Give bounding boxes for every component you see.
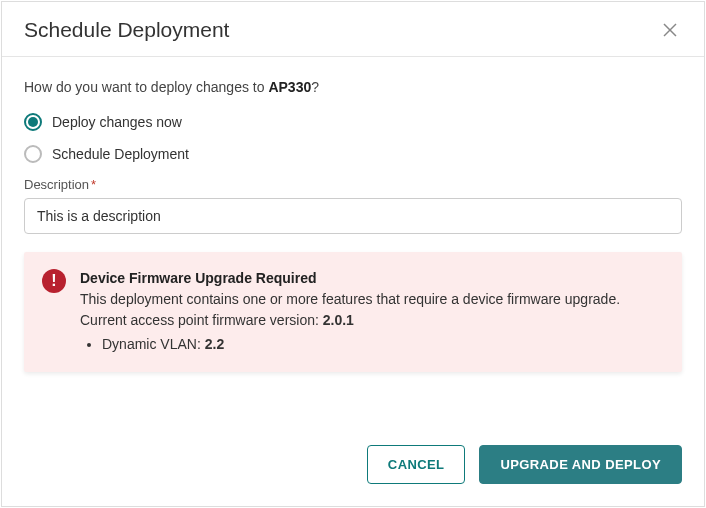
radio-indicator [24,145,42,163]
alert-feature-name: Dynamic VLAN [102,336,197,352]
dialog-header: Schedule Deployment [2,2,704,57]
alert-content: Device Firmware Upgrade Required This de… [80,268,664,354]
radio-label: Deploy changes now [52,114,182,130]
description-label: Description* [24,177,682,192]
alert-icon: ! [42,269,66,293]
alert-current-version: 2.0.1 [323,312,354,328]
radio-deploy-now[interactable]: Deploy changes now [24,113,682,131]
required-marker: * [91,177,96,192]
description-input[interactable] [24,198,682,234]
dialog-body: How do you want to deploy changes to AP3… [2,57,704,431]
close-icon [662,22,678,38]
cancel-button[interactable]: Cancel [367,445,466,484]
schedule-deployment-dialog: Schedule Deployment How do you want to d… [1,1,705,507]
alert-title: Device Firmware Upgrade Required [80,268,664,288]
upgrade-and-deploy-button[interactable]: Upgrade and Deploy [479,445,682,484]
dialog-footer: Cancel Upgrade and Deploy [2,431,704,506]
close-button[interactable] [658,18,682,42]
alert-body: This deployment contains one or more fea… [80,289,664,330]
prompt-suffix: ? [311,79,319,95]
deploy-option-group: Deploy changes now Schedule Deployment [24,113,682,163]
radio-schedule-deployment[interactable]: Schedule Deployment [24,145,682,163]
radio-indicator [24,113,42,131]
description-label-text: Description [24,177,89,192]
radio-label: Schedule Deployment [52,146,189,162]
firmware-upgrade-alert: ! Device Firmware Upgrade Required This … [24,252,682,372]
alert-feature-item: Dynamic VLAN: 2.2 [102,334,664,354]
prompt-target: AP330 [268,79,311,95]
deploy-prompt: How do you want to deploy changes to AP3… [24,79,682,95]
prompt-prefix: How do you want to deploy changes to [24,79,268,95]
alert-feature-version: 2.2 [205,336,224,352]
dialog-title: Schedule Deployment [24,18,229,42]
alert-feature-list: Dynamic VLAN: 2.2 [80,334,664,354]
